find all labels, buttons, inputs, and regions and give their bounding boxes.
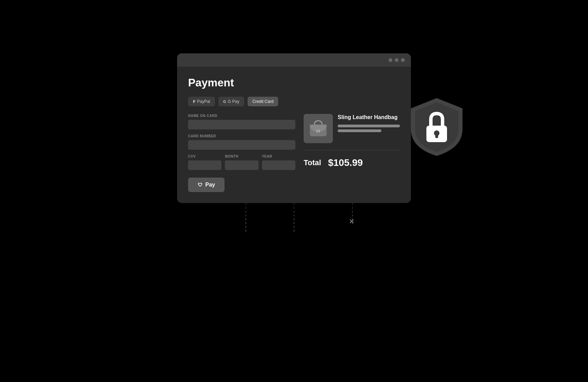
product-card: Sling Leather Handbag (304, 114, 400, 150)
name-label: NAME ON CARD (188, 114, 295, 118)
browser-titlebar (177, 53, 411, 67)
browser-content: Payment 𝐏 PayPal G G Pay Credit Card (177, 67, 411, 203)
total-amount: $105.99 (328, 157, 363, 168)
product-bar-2 (338, 129, 381, 132)
browser-dot-3 (401, 58, 405, 62)
pay-button[interactable]: 🛡 Pay (188, 178, 225, 192)
month-label: MONTH (225, 155, 258, 158)
creditcard-label: Credit Card (252, 99, 273, 104)
year-group: YEAR (262, 155, 295, 170)
handbag-svg (305, 116, 331, 141)
total-label: Total (304, 158, 321, 167)
tab-paypal[interactable]: 𝐏 PayPal (188, 97, 215, 106)
product-total: Total $105.99 (304, 157, 400, 168)
scene: Payment 𝐏 PayPal G G Pay Credit Card (139, 53, 449, 329)
name-input[interactable] (188, 120, 295, 129)
cvv-label: CVV (188, 155, 221, 158)
gpay-icon: G (223, 99, 226, 104)
year-input[interactable] (262, 160, 295, 170)
card-label: CARD NUMBER (188, 134, 295, 138)
payment-form: NAME ON CARD CARD NUMBER CVV MONTH (188, 114, 295, 192)
product-name: Sling Leather Handbag (338, 114, 400, 121)
browser-window: Payment 𝐏 PayPal G G Pay Credit Card (177, 53, 411, 203)
pay-button-label: Pay (205, 182, 215, 188)
product-bar-1 (338, 125, 400, 127)
svg-rect-5 (435, 133, 438, 138)
cvv-row: CVV MONTH YEAR (188, 155, 295, 175)
cvv-input[interactable] (188, 160, 221, 170)
payment-main: NAME ON CARD CARD NUMBER CVV MONTH (188, 114, 400, 192)
month-group: MONTH (225, 155, 258, 170)
product-image (304, 114, 333, 143)
paypal-icon: 𝐏 (193, 99, 195, 104)
page-title: Payment (188, 76, 400, 89)
connection-lines-svg: ✕ (177, 203, 411, 241)
payment-product: Sling Leather Handbag Total $105.99 (304, 114, 400, 192)
browser-dots (389, 58, 405, 62)
name-field-group: NAME ON CARD (188, 114, 295, 129)
payment-tabs: 𝐏 PayPal G G Pay Credit Card (188, 97, 400, 106)
card-input[interactable] (188, 140, 295, 150)
product-info: Sling Leather Handbag (338, 114, 400, 143)
gpay-label: G Pay (228, 99, 239, 104)
pay-shield-icon: 🛡 (198, 182, 203, 188)
card-field-group: CARD NUMBER (188, 134, 295, 150)
svg-text:✕: ✕ (349, 218, 354, 225)
svg-point-2 (318, 130, 319, 132)
tab-creditcard[interactable]: Credit Card (248, 97, 278, 106)
tab-gpay[interactable]: G G Pay (218, 97, 244, 106)
browser-dot-2 (395, 58, 399, 62)
year-label: YEAR (262, 155, 295, 158)
security-shield (404, 95, 469, 160)
month-input[interactable] (225, 160, 258, 170)
cvv-group: CVV (188, 155, 221, 170)
paypal-label: PayPal (197, 99, 210, 104)
browser-dot-1 (389, 58, 392, 62)
